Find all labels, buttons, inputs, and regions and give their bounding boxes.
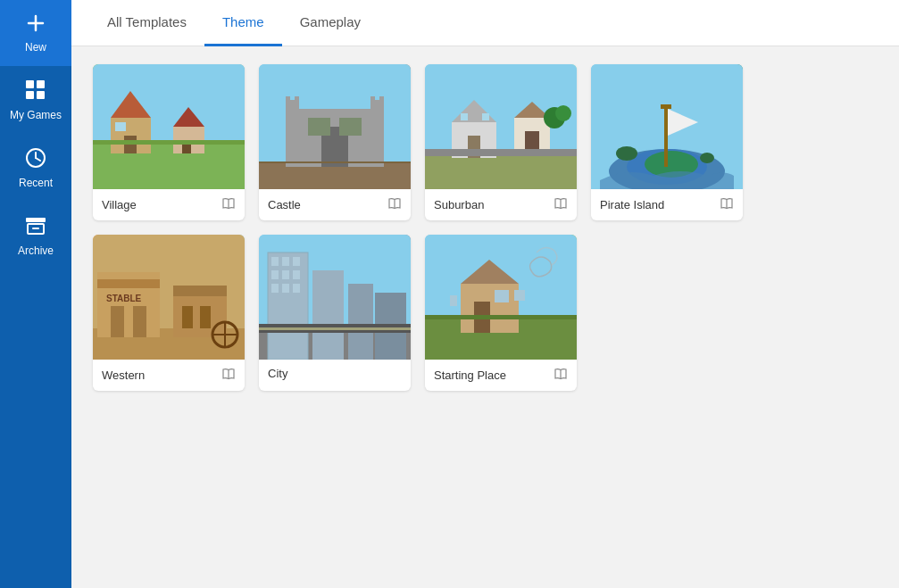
template-footer-western: Western bbox=[93, 360, 245, 391]
svg-rect-70 bbox=[173, 286, 227, 296]
main-panel: All Templates Theme Gameplay bbox=[71, 0, 899, 588]
svg-rect-86 bbox=[293, 270, 300, 279]
tab-all-templates[interactable]: All Templates bbox=[89, 0, 204, 46]
template-card-starting-place[interactable]: Starting Place bbox=[425, 235, 577, 391]
template-image-starting-place bbox=[425, 235, 577, 360]
template-grid: Village bbox=[93, 64, 878, 391]
sidebar-recent-label: Recent bbox=[19, 177, 53, 189]
svg-rect-65 bbox=[97, 272, 160, 279]
svg-point-49 bbox=[555, 105, 571, 121]
template-name-city: City bbox=[268, 367, 287, 380]
svg-rect-72 bbox=[200, 306, 211, 328]
svg-rect-34 bbox=[339, 118, 362, 136]
template-image-western: STABLE bbox=[93, 235, 245, 360]
svg-rect-84 bbox=[271, 270, 279, 279]
svg-rect-94 bbox=[259, 327, 411, 330]
sidebar-item-archive[interactable]: Archive bbox=[0, 202, 71, 269]
template-footer-suburban: Suburban bbox=[425, 189, 577, 220]
template-card-western[interactable]: STABLE Western bbox=[93, 235, 245, 391]
template-grid-container: Village bbox=[71, 46, 899, 588]
archive-icon bbox=[24, 214, 47, 241]
sidebar-item-my-games[interactable]: My Games bbox=[0, 66, 71, 134]
book-icon-suburban[interactable] bbox=[554, 196, 568, 213]
svg-point-58 bbox=[616, 146, 637, 161]
template-name-castle: Castle bbox=[268, 198, 301, 211]
svg-rect-90 bbox=[312, 270, 344, 360]
template-card-village[interactable]: Village bbox=[93, 64, 245, 220]
template-image-city bbox=[259, 235, 411, 360]
svg-text:STABLE: STABLE bbox=[106, 294, 142, 303]
book-icon-castle[interactable] bbox=[387, 196, 402, 213]
my-games-icon bbox=[24, 79, 47, 105]
svg-rect-31 bbox=[379, 96, 384, 105]
template-card-castle[interactable]: Castle bbox=[259, 64, 411, 220]
svg-rect-9 bbox=[26, 218, 46, 222]
svg-rect-2 bbox=[26, 80, 34, 88]
sidebar-item-recent[interactable]: Recent bbox=[0, 134, 71, 202]
svg-rect-71 bbox=[182, 306, 193, 328]
svg-rect-101 bbox=[514, 290, 525, 301]
svg-rect-21 bbox=[93, 140, 245, 145]
sidebar-archive-label: Archive bbox=[18, 244, 54, 257]
sidebar-new-label: New bbox=[25, 41, 46, 54]
svg-rect-100 bbox=[495, 290, 509, 302]
svg-rect-67 bbox=[111, 306, 124, 337]
book-icon-starting-place[interactable] bbox=[554, 367, 568, 384]
svg-point-59 bbox=[700, 153, 714, 163]
recent-icon bbox=[24, 146, 47, 173]
template-name-starting-place: Starting Place bbox=[434, 369, 506, 382]
svg-rect-29 bbox=[295, 96, 299, 105]
svg-rect-81 bbox=[271, 257, 279, 266]
svg-rect-44 bbox=[482, 113, 489, 120]
sidebar: New My Games Recent bbox=[0, 0, 71, 588]
book-icon-pirate-island[interactable] bbox=[720, 196, 734, 213]
sidebar-item-new[interactable]: New bbox=[0, 0, 71, 66]
tab-gameplay[interactable]: Gameplay bbox=[282, 0, 379, 46]
template-name-western: Western bbox=[102, 369, 145, 382]
book-icon-western[interactable] bbox=[221, 367, 236, 384]
template-image-castle bbox=[259, 64, 411, 189]
template-footer-starting-place: Starting Place bbox=[425, 360, 577, 391]
template-footer-pirate-island: Pirate Island bbox=[591, 189, 743, 220]
svg-rect-33 bbox=[308, 118, 330, 136]
svg-rect-42 bbox=[425, 149, 577, 156]
svg-rect-79 bbox=[268, 253, 308, 360]
template-image-village bbox=[93, 64, 245, 189]
svg-rect-103 bbox=[425, 315, 577, 319]
svg-rect-55 bbox=[664, 109, 668, 167]
svg-rect-3 bbox=[37, 80, 45, 88]
svg-rect-28 bbox=[286, 96, 290, 105]
template-footer-city: City bbox=[259, 360, 411, 387]
template-image-pirate-island bbox=[591, 64, 743, 189]
svg-rect-63 bbox=[97, 284, 160, 337]
svg-rect-89 bbox=[293, 284, 300, 293]
tab-bar: All Templates Theme Gameplay bbox=[71, 0, 899, 46]
svg-rect-4 bbox=[26, 91, 34, 99]
sidebar-my-games-label: My Games bbox=[10, 109, 62, 121]
template-name-pirate-island: Pirate Island bbox=[600, 198, 664, 211]
book-icon-village[interactable] bbox=[221, 196, 236, 213]
template-name-suburban: Suburban bbox=[434, 198, 484, 211]
svg-rect-17 bbox=[115, 122, 126, 131]
template-footer-castle: Castle bbox=[259, 189, 411, 220]
svg-line-8 bbox=[36, 158, 40, 161]
svg-rect-30 bbox=[370, 96, 375, 105]
svg-rect-68 bbox=[133, 306, 146, 337]
svg-rect-5 bbox=[37, 91, 45, 99]
svg-rect-102 bbox=[450, 295, 457, 306]
plus-icon bbox=[25, 12, 46, 37]
svg-rect-43 bbox=[461, 113, 468, 120]
template-name-village: Village bbox=[102, 198, 137, 211]
template-footer-village: Village bbox=[93, 189, 245, 220]
svg-rect-83 bbox=[293, 257, 300, 266]
svg-rect-91 bbox=[348, 284, 373, 360]
template-card-suburban[interactable]: Suburban bbox=[425, 64, 577, 220]
tab-theme[interactable]: Theme bbox=[204, 0, 282, 46]
template-card-city[interactable]: City bbox=[259, 235, 411, 391]
template-image-suburban bbox=[425, 64, 577, 189]
template-card-pirate-island[interactable]: Pirate Island bbox=[591, 64, 743, 220]
svg-rect-88 bbox=[282, 284, 289, 293]
svg-rect-85 bbox=[282, 270, 289, 279]
svg-rect-82 bbox=[282, 257, 289, 266]
svg-rect-57 bbox=[661, 104, 671, 109]
